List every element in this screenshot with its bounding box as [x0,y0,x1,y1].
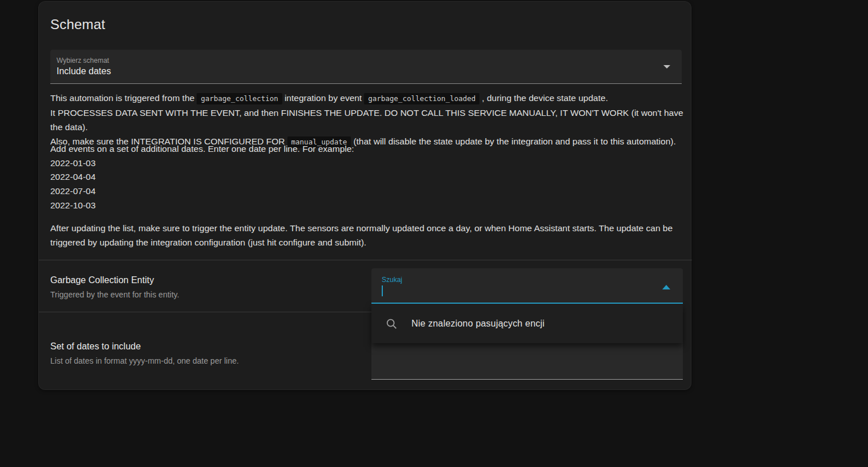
entity-search-menu: Nie znaleziono pasujących encji [371,304,683,343]
example-date: 2022-01-03 [50,156,683,171]
intro-line-1: This automation is triggered from thegar… [50,91,683,106]
search-icon [385,317,398,330]
dates-field-label: Set of dates to include [50,341,141,352]
example-date: 2022-10-03 [50,199,683,213]
examples-intro: Add events on a set of additional dates.… [50,142,683,156]
page-title: Schemat [50,17,105,33]
no-results-item: Nie znaleziono pasujących encji [371,317,683,330]
after-note: After updating the list, make sure to tr… [50,221,673,249]
entity-field-description: Triggered by the event for this entity. [50,290,179,299]
arrow-drop-down-icon [663,65,670,69]
arrow-drop-up-icon[interactable] [662,285,670,289]
schema-select-value: Include dates [57,66,111,77]
text-caret [382,285,383,296]
schema-select[interactable]: Wybierz schemat Include dates [50,50,682,84]
divider [39,260,692,260]
examples-paragraph: Add events on a set of additional dates.… [50,142,683,213]
dates-field-description: List of dates in format yyyy-mm-dd, one … [50,356,239,365]
code-garbage-collection: garbage_collection [197,93,282,104]
search-input-label: Szukaj [382,276,402,284]
intro-text: , during the device state update. [482,93,608,103]
example-date: 2022-04-04 [50,170,683,184]
example-date: 2022-07-04 [50,184,683,199]
intro-text: This automation is triggered from the [50,93,194,103]
schema-card: Schemat Wybierz schemat Include dates Th… [38,1,691,390]
no-results-text: Nie znaleziono pasujących encji [411,319,545,329]
intro-line-2: It PROCESSES DATA SENT WITH THE EVENT, a… [50,106,683,134]
intro-paragraph: This automation is triggered from thegar… [50,91,683,149]
code-garbage-collection-loaded: garbage_collection_loaded [364,93,479,104]
intro-text: integration by event [285,93,362,103]
schema-select-label: Wybierz schemat [57,57,109,65]
entity-search-input[interactable]: Szukaj [371,268,683,304]
entity-field-label: Garbage Collection Entity [50,275,154,285]
divider [39,312,371,312]
